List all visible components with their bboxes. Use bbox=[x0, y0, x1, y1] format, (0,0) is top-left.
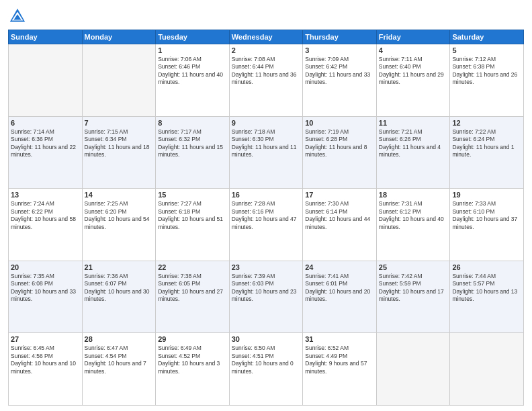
day-number: 1 bbox=[158, 46, 227, 54]
calendar-cell: 4Sunrise: 7:11 AMSunset: 6:40 PMDaylight… bbox=[376, 44, 450, 117]
weekday-header-thursday: Thursday bbox=[303, 30, 377, 44]
day-info: Sunrise: 7:08 AMSunset: 6:44 PMDaylight:… bbox=[232, 56, 301, 87]
day-number: 16 bbox=[232, 191, 301, 199]
day-number: 2 bbox=[232, 46, 301, 54]
weekday-header-wednesday: Wednesday bbox=[229, 30, 303, 44]
day-number: 29 bbox=[158, 335, 227, 343]
calendar-cell: 3Sunrise: 7:09 AMSunset: 6:42 PMDaylight… bbox=[303, 44, 377, 117]
calendar-body: 1Sunrise: 7:06 AMSunset: 6:46 PMDaylight… bbox=[9, 44, 524, 406]
day-number: 13 bbox=[11, 191, 80, 199]
day-number: 12 bbox=[452, 119, 521, 127]
calendar-cell: 5Sunrise: 7:12 AMSunset: 6:38 PMDaylight… bbox=[450, 44, 524, 117]
day-number: 4 bbox=[379, 46, 448, 54]
calendar-cell: 25Sunrise: 7:42 AMSunset: 5:59 PMDayligh… bbox=[376, 261, 450, 333]
day-number: 25 bbox=[379, 263, 448, 271]
day-number: 19 bbox=[452, 191, 521, 199]
calendar-week-3: 13Sunrise: 7:24 AMSunset: 6:22 PMDayligh… bbox=[9, 189, 524, 261]
day-info: Sunrise: 7:17 AMSunset: 6:32 PMDaylight:… bbox=[158, 128, 227, 159]
day-info: Sunrise: 7:27 AMSunset: 6:18 PMDaylight:… bbox=[158, 200, 227, 231]
day-info: Sunrise: 7:25 AMSunset: 6:20 PMDaylight:… bbox=[85, 200, 154, 231]
weekday-header-monday: Monday bbox=[82, 30, 156, 44]
calendar-cell: 21Sunrise: 7:36 AMSunset: 6:07 PMDayligh… bbox=[82, 261, 156, 333]
day-info: Sunrise: 7:42 AMSunset: 5:59 PMDaylight:… bbox=[379, 273, 448, 304]
day-number: 14 bbox=[85, 191, 154, 199]
day-info: Sunrise: 6:45 AMSunset: 4:56 PMDaylight:… bbox=[11, 345, 80, 375]
calendar-cell: 31Sunrise: 6:52 AMSunset: 4:49 PMDayligh… bbox=[303, 333, 377, 406]
day-info: Sunrise: 7:35 AMSunset: 6:08 PMDaylight:… bbox=[11, 273, 80, 304]
calendar-cell: 19Sunrise: 7:33 AMSunset: 6:10 PMDayligh… bbox=[450, 189, 524, 261]
calendar-header: SundayMondayTuesdayWednesdayThursdayFrid… bbox=[9, 30, 524, 44]
weekday-header-sunday: Sunday bbox=[9, 30, 83, 44]
day-info: Sunrise: 7:39 AMSunset: 6:03 PMDaylight:… bbox=[232, 273, 301, 304]
day-info: Sunrise: 7:38 AMSunset: 6:05 PMDaylight:… bbox=[158, 273, 227, 304]
day-number: 9 bbox=[232, 119, 301, 127]
weekday-header-saturday: Saturday bbox=[450, 30, 524, 44]
day-info: Sunrise: 7:28 AMSunset: 6:16 PMDaylight:… bbox=[232, 200, 301, 231]
calendar-cell bbox=[82, 44, 156, 117]
calendar-week-4: 20Sunrise: 7:35 AMSunset: 6:08 PMDayligh… bbox=[9, 261, 524, 333]
day-number: 23 bbox=[232, 263, 301, 271]
calendar: SundayMondayTuesdayWednesdayThursdayFrid… bbox=[8, 30, 524, 406]
weekday-header-row: SundayMondayTuesdayWednesdayThursdayFrid… bbox=[9, 30, 524, 44]
calendar-cell: 20Sunrise: 7:35 AMSunset: 6:08 PMDayligh… bbox=[9, 261, 83, 333]
day-number: 26 bbox=[452, 263, 521, 271]
day-number: 20 bbox=[11, 263, 80, 271]
logo bbox=[8, 7, 30, 26]
day-number: 11 bbox=[379, 119, 448, 127]
day-number: 6 bbox=[11, 119, 80, 127]
header bbox=[8, 7, 524, 26]
day-number: 31 bbox=[305, 335, 374, 343]
day-number: 5 bbox=[452, 46, 521, 54]
day-number: 21 bbox=[85, 263, 154, 271]
day-number: 8 bbox=[158, 119, 227, 127]
calendar-cell: 27Sunrise: 6:45 AMSunset: 4:56 PMDayligh… bbox=[9, 333, 83, 406]
day-number: 28 bbox=[85, 335, 154, 343]
day-info: Sunrise: 7:06 AMSunset: 6:46 PMDaylight:… bbox=[158, 56, 227, 87]
calendar-cell: 24Sunrise: 7:41 AMSunset: 6:01 PMDayligh… bbox=[303, 261, 377, 333]
day-number: 27 bbox=[11, 335, 80, 343]
day-number: 18 bbox=[379, 191, 448, 199]
day-number: 17 bbox=[305, 191, 374, 199]
calendar-cell: 12Sunrise: 7:22 AMSunset: 6:24 PMDayligh… bbox=[450, 116, 524, 189]
calendar-cell: 6Sunrise: 7:14 AMSunset: 6:36 PMDaylight… bbox=[9, 116, 83, 189]
day-info: Sunrise: 7:22 AMSunset: 6:24 PMDaylight:… bbox=[452, 128, 521, 159]
day-info: Sunrise: 6:49 AMSunset: 4:52 PMDaylight:… bbox=[158, 345, 227, 375]
calendar-cell: 14Sunrise: 7:25 AMSunset: 6:20 PMDayligh… bbox=[82, 189, 156, 261]
day-info: Sunrise: 7:21 AMSunset: 6:26 PMDaylight:… bbox=[379, 128, 448, 159]
day-info: Sunrise: 6:47 AMSunset: 4:54 PMDaylight:… bbox=[85, 345, 154, 375]
calendar-week-5: 27Sunrise: 6:45 AMSunset: 4:56 PMDayligh… bbox=[9, 333, 524, 406]
day-info: Sunrise: 7:09 AMSunset: 6:42 PMDaylight:… bbox=[305, 56, 374, 87]
day-number: 24 bbox=[305, 263, 374, 271]
day-number: 30 bbox=[232, 335, 301, 343]
calendar-cell bbox=[376, 333, 450, 406]
calendar-cell: 1Sunrise: 7:06 AMSunset: 6:46 PMDaylight… bbox=[156, 44, 230, 117]
calendar-cell: 22Sunrise: 7:38 AMSunset: 6:05 PMDayligh… bbox=[156, 261, 230, 333]
calendar-cell: 28Sunrise: 6:47 AMSunset: 4:54 PMDayligh… bbox=[82, 333, 156, 406]
calendar-cell: 9Sunrise: 7:18 AMSunset: 6:30 PMDaylight… bbox=[229, 116, 303, 189]
calendar-cell: 13Sunrise: 7:24 AMSunset: 6:22 PMDayligh… bbox=[9, 189, 83, 261]
day-number: 22 bbox=[158, 263, 227, 271]
day-number: 7 bbox=[85, 119, 154, 127]
calendar-cell: 29Sunrise: 6:49 AMSunset: 4:52 PMDayligh… bbox=[156, 333, 230, 406]
day-number: 3 bbox=[305, 46, 374, 54]
calendar-week-2: 6Sunrise: 7:14 AMSunset: 6:36 PMDaylight… bbox=[9, 116, 524, 189]
day-info: Sunrise: 7:31 AMSunset: 6:12 PMDaylight:… bbox=[379, 200, 448, 231]
day-info: Sunrise: 7:18 AMSunset: 6:30 PMDaylight:… bbox=[232, 128, 301, 159]
calendar-cell: 2Sunrise: 7:08 AMSunset: 6:44 PMDaylight… bbox=[229, 44, 303, 117]
day-info: Sunrise: 7:11 AMSunset: 6:40 PMDaylight:… bbox=[379, 56, 448, 87]
calendar-cell: 15Sunrise: 7:27 AMSunset: 6:18 PMDayligh… bbox=[156, 189, 230, 261]
calendar-cell bbox=[450, 333, 524, 406]
calendar-cell: 18Sunrise: 7:31 AMSunset: 6:12 PMDayligh… bbox=[376, 189, 450, 261]
day-info: Sunrise: 7:44 AMSunset: 5:57 PMDaylight:… bbox=[452, 273, 521, 304]
logo-icon bbox=[8, 7, 27, 26]
calendar-cell: 17Sunrise: 7:30 AMSunset: 6:14 PMDayligh… bbox=[303, 189, 377, 261]
calendar-cell: 16Sunrise: 7:28 AMSunset: 6:16 PMDayligh… bbox=[229, 189, 303, 261]
day-info: Sunrise: 6:50 AMSunset: 4:51 PMDaylight:… bbox=[232, 345, 301, 375]
calendar-cell: 7Sunrise: 7:15 AMSunset: 6:34 PMDaylight… bbox=[82, 116, 156, 189]
calendar-week-1: 1Sunrise: 7:06 AMSunset: 6:46 PMDaylight… bbox=[9, 44, 524, 117]
calendar-cell: 23Sunrise: 7:39 AMSunset: 6:03 PMDayligh… bbox=[229, 261, 303, 333]
day-info: Sunrise: 7:30 AMSunset: 6:14 PMDaylight:… bbox=[305, 200, 374, 231]
calendar-cell bbox=[9, 44, 83, 117]
day-info: Sunrise: 7:14 AMSunset: 6:36 PMDaylight:… bbox=[11, 128, 80, 159]
calendar-cell: 30Sunrise: 6:50 AMSunset: 4:51 PMDayligh… bbox=[229, 333, 303, 406]
